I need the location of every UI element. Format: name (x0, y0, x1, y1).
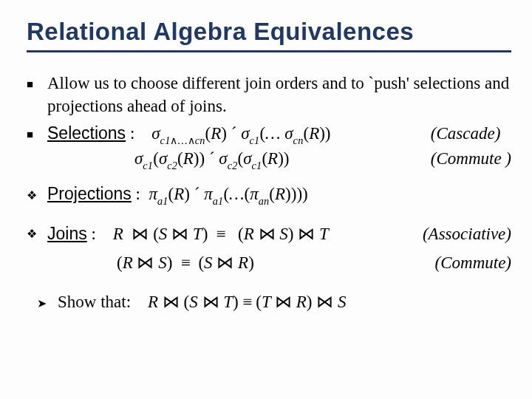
projections-colon: : (132, 185, 140, 203)
selections-label: Selections (47, 123, 126, 143)
slide-body: Allow us to choose different join orders… (27, 72, 511, 313)
square-bullet-icon (27, 122, 47, 145)
triangle-bullet-icon (37, 290, 58, 313)
title-rule (27, 50, 511, 52)
joins-content: Joins : R ⋈ (S ⋈ T) ≡ (R ⋈ S) ⋈ T (Assoc… (47, 221, 511, 280)
square-bullet-icon (27, 72, 47, 95)
projections-content: Projections : πa1(R) ´ πa1(…(πan(R)))) (47, 183, 511, 208)
intro-text: Allow us to choose different join orders… (47, 72, 511, 117)
projections-formula: πa1(R) ´ πa1(…(πan(R)))) (149, 185, 307, 203)
intro-row: Allow us to choose different join orders… (27, 72, 511, 117)
joins-commute-formula: (R ⋈ S) ≡ (S ⋈ R) (117, 253, 254, 272)
joins-assoc-formula: R ⋈ (S ⋈ T) ≡ (R ⋈ S) ⋈ T (113, 225, 329, 243)
selections-row: Selections : σc1∧…∧cn(R) ´ σc1(… σcn(R))… (27, 122, 511, 172)
diamond-bullet-icon (27, 183, 47, 205)
selections-commute-formula: σc1(σc2(R)) ´ σc2(σc1(R)) (134, 149, 289, 168)
show-that-label: Show that: (58, 293, 131, 311)
projections-label: Projections (47, 184, 132, 203)
joins-colon: : (87, 225, 96, 243)
page-title: Relational Algebra Equivalences (27, 18, 511, 46)
show-that-content: Show that: R ⋈ (S ⋈ T) ≡ (T ⋈ R) ⋈ S (58, 290, 511, 313)
joins-commute-note: (Commute) (435, 251, 511, 274)
projections-row: Projections : πa1(R) ´ πa1(…(πan(R)))) (27, 183, 511, 208)
show-that-row: Show that: R ⋈ (S ⋈ T) ≡ (T ⋈ R) ⋈ S (27, 290, 511, 313)
selections-cascade-formula: σc1∧…∧cn(R) ´ σc1(… σcn(R)) (151, 124, 330, 143)
slide: Relational Algebra Equivalences Allow us… (0, 0, 532, 399)
show-that-formula: R ⋈ (S ⋈ T) ≡ (T ⋈ R) ⋈ S (148, 293, 346, 311)
selections-commute-note: (Commute ) (431, 147, 511, 170)
selections-colon: : (126, 124, 134, 143)
cascade-note: (Cascade) (431, 122, 511, 145)
selections-content: Selections : σc1∧…∧cn(R) ´ σc1(… σcn(R))… (47, 122, 511, 172)
joins-row: Joins : R ⋈ (S ⋈ T) ≡ (R ⋈ S) ⋈ T (Assoc… (27, 221, 511, 280)
diamond-bullet-icon (27, 221, 47, 244)
assoc-note: (Associative) (423, 222, 511, 245)
joins-label: Joins (47, 224, 87, 243)
